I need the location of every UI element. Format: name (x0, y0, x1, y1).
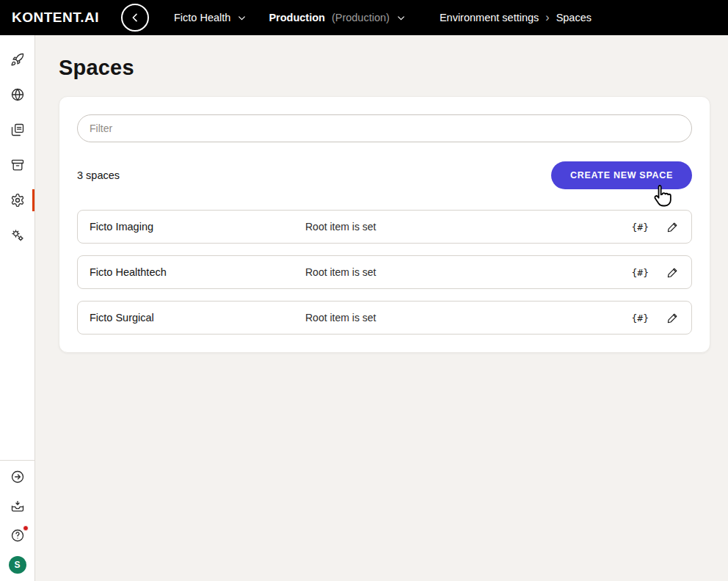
sidebar-item-environment-settings[interactable] (0, 183, 34, 218)
help-icon (10, 528, 25, 543)
active-item-indicator (32, 189, 34, 211)
spaces-card: 3 spaces CREATE NEW SPACE Ficto Imaging … (59, 96, 710, 353)
breadcrumb-separator: › (545, 11, 549, 24)
space-name: Ficto Surgical (90, 312, 305, 324)
sidebar-item-web-spotlight[interactable] (0, 77, 34, 112)
spaces-toolbar: 3 spaces CREATE NEW SPACE (77, 161, 692, 189)
root-item-status: Root item is set (305, 221, 632, 233)
chevron-down-icon (237, 13, 247, 23)
root-item-status: Root item is set (305, 266, 632, 278)
root-item-status: Root item is set (305, 312, 632, 324)
row-actions: {#} (632, 311, 680, 324)
chevron-down-icon (396, 13, 406, 23)
gear-icon (10, 193, 25, 208)
edit-pencil-icon[interactable] (666, 220, 680, 233)
environment-switcher[interactable]: Production (Production) (269, 12, 406, 23)
breadcrumb-environment-settings[interactable]: Environment settings (440, 12, 539, 23)
topbar: KONTENT.AI Ficto Health Production (Prod… (0, 0, 728, 35)
environment-type: (Production) (332, 12, 390, 23)
row-actions: {#} (632, 266, 680, 279)
page-title: Spaces (59, 56, 728, 80)
sidebar-item-custom-apps[interactable] (0, 218, 34, 253)
breadcrumb: Environment settings › Spaces (440, 11, 592, 24)
sidebar-item-help[interactable] (0, 521, 34, 550)
inbox-icon (10, 499, 25, 514)
codename-icon[interactable]: {#} (632, 267, 649, 278)
globe-icon (10, 87, 25, 102)
back-button[interactable] (121, 4, 149, 32)
space-name: Ficto Imaging (90, 221, 305, 233)
edit-pencil-icon[interactable] (666, 311, 680, 324)
sidebar-item-quickstart[interactable] (0, 42, 34, 77)
arrow-right-circle-icon (10, 469, 25, 484)
sidebar-bottom-group: S (0, 460, 34, 580)
edit-pencil-icon[interactable] (666, 266, 680, 279)
cogs-icon (10, 228, 25, 243)
codename-icon[interactable]: {#} (632, 222, 649, 233)
create-new-space-button[interactable]: CREATE NEW SPACE (551, 161, 692, 189)
sidebar-item-assets[interactable] (0, 147, 34, 183)
sidebar-item-notifications[interactable] (0, 492, 34, 521)
spaces-list: Ficto Imaging Root item is set {#} Ficto… (77, 210, 692, 335)
chevron-left-icon (129, 12, 141, 23)
sidebar-item-content[interactable] (0, 112, 34, 147)
main-content: Spaces 3 spaces CREATE NEW SPACE Ficto I… (35, 35, 728, 581)
space-name: Ficto Healthtech (90, 266, 305, 278)
sidebar-item-user[interactable]: S (0, 550, 34, 580)
user-avatar: S (9, 556, 26, 574)
filter-input[interactable] (77, 114, 692, 142)
content-items-icon (10, 123, 25, 137)
breadcrumb-spaces[interactable]: Spaces (556, 12, 592, 23)
project-switcher[interactable]: Ficto Health (174, 12, 247, 23)
environment-name: Production (269, 12, 325, 23)
rocket-icon (10, 52, 25, 67)
assets-box-icon (10, 158, 25, 172)
notification-dot (23, 525, 29, 531)
spaces-count: 3 spaces (77, 169, 120, 181)
codename-icon[interactable]: {#} (632, 313, 649, 324)
project-name: Ficto Health (174, 12, 230, 23)
space-row-ficto-imaging[interactable]: Ficto Imaging Root item is set {#} (77, 210, 692, 244)
sidebar: S (0, 35, 35, 581)
kontent-ai-logo: KONTENT.AI (12, 10, 99, 26)
space-row-ficto-surgical[interactable]: Ficto Surgical Root item is set {#} (77, 301, 692, 335)
sidebar-item-subscription[interactable] (0, 462, 34, 492)
row-actions: {#} (632, 220, 680, 233)
space-row-ficto-healthtech[interactable]: Ficto Healthtech Root item is set {#} (77, 255, 692, 289)
